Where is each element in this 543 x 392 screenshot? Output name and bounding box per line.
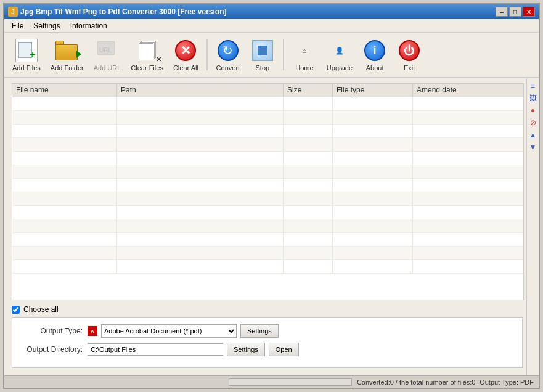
bottom-panel: Choose all Output Type: A Adobe Acrobat … (8, 303, 526, 373)
add-folder-icon (55, 41, 79, 60)
output-type-select-wrap: A Adobe Acrobat Document (*.pdf) Setting… (88, 324, 279, 338)
settings-panel: Output Type: A Adobe Acrobat Document (*… (12, 317, 523, 368)
add-url-button[interactable]: URL Add URL (89, 35, 126, 75)
exit-button[interactable]: ⏻ Exit (393, 35, 426, 75)
convert-button[interactable]: ↻ Convert (211, 35, 245, 75)
output-dir-input[interactable] (88, 343, 223, 356)
clear-files-button[interactable]: ✕ Clear Files (126, 35, 168, 75)
stop-button[interactable]: Stop (246, 35, 279, 75)
toolbar: Add Files Add Folder URL (4, 33, 539, 78)
add-files-icon (15, 39, 38, 62)
upgrade-button[interactable]: 👤 Upgrade (322, 35, 357, 75)
col-amenddate: Amend date (413, 84, 523, 97)
clear-all-icon: ✕ (174, 39, 197, 62)
home-button[interactable]: ⌂ Home (288, 35, 321, 75)
title-bar: J Jpg Bmp Tif Wmf Png to Pdf Converter 3… (4, 4, 539, 19)
window-controls: – □ ✕ (496, 7, 535, 17)
menu-information[interactable]: Information (65, 20, 112, 31)
file-table: File name Path Size File type Amend date (12, 83, 524, 300)
output-dir-wrap: Settings Open (88, 343, 299, 356)
stop-icon (251, 39, 274, 62)
output-dir-label: Output Directory: (21, 345, 83, 354)
pdf-icon: A (88, 326, 97, 336)
right-sidebar: ≡ 🖼 ● ⊘ ▲ ▼ (526, 78, 539, 375)
output-type-select[interactable]: Adobe Acrobat Document (*.pdf) (101, 324, 237, 338)
choose-all-row: Choose all (12, 305, 523, 314)
exit-icon: ⏻ (398, 39, 421, 62)
minimize-button[interactable]: – (496, 7, 508, 17)
home-icon: ⌂ (293, 39, 316, 62)
output-type-label: Output Type: (21, 327, 83, 335)
sidebar-up-icon[interactable]: ▲ (528, 130, 538, 140)
table-row (12, 179, 523, 192)
output-dir-settings-button[interactable]: Settings (227, 343, 265, 356)
table-row (12, 97, 523, 111)
add-files-button[interactable]: Add Files (8, 35, 45, 75)
open-button[interactable]: Open (269, 343, 299, 356)
progress-bar (229, 378, 352, 386)
upgrade-icon: 👤 (328, 39, 351, 62)
menu-settings[interactable]: Settings (28, 20, 65, 31)
sidebar-remove-icon[interactable]: ● (528, 105, 538, 115)
menu-bar: File Settings Information (4, 19, 539, 33)
col-path: Path (117, 84, 284, 97)
about-button[interactable]: i About (358, 35, 391, 75)
maximize-button[interactable]: □ (509, 7, 521, 17)
output-type-status: Output Type: PDF (480, 378, 534, 386)
table-row (12, 219, 523, 233)
col-filetype: File type (333, 84, 413, 97)
converted-status: Converted:0 / the total number of files:… (357, 378, 476, 386)
svg-text:URL: URL (99, 47, 112, 54)
table-row (12, 247, 523, 260)
separator-1 (206, 39, 208, 70)
output-type-row: Output Type: A Adobe Acrobat Document (*… (21, 324, 513, 338)
table-row (12, 152, 523, 165)
table-row (12, 260, 523, 274)
table-row (12, 111, 523, 125)
col-filename: File name (12, 84, 117, 97)
sidebar-block-icon[interactable]: ⊘ (528, 118, 538, 128)
table-row (12, 125, 523, 138)
clear-all-button[interactable]: ✕ Clear All (169, 35, 203, 75)
output-dir-row: Output Directory: Settings Open (21, 343, 513, 356)
app-icon: J (8, 7, 18, 17)
table-header: File name Path Size File type Amend date (12, 84, 523, 97)
clear-files-icon: ✕ (136, 39, 159, 62)
col-size: Size (284, 84, 333, 97)
choose-all-label: Choose all (23, 305, 59, 314)
sidebar-image-icon[interactable]: 🖼 (528, 93, 538, 103)
menu-file[interactable]: File (7, 20, 28, 31)
about-icon: i (363, 39, 386, 62)
table-row (12, 138, 523, 152)
convert-icon: ↻ (216, 39, 240, 62)
table-row (12, 233, 523, 247)
close-button[interactable]: ✕ (523, 7, 535, 17)
table-row (12, 192, 523, 206)
add-url-icon: URL (96, 39, 118, 62)
status-bar: Converted:0 / the total number of files:… (4, 375, 539, 388)
choose-all-checkbox[interactable] (12, 306, 20, 314)
title-text: J Jpg Bmp Tif Wmf Png to Pdf Converter 3… (8, 7, 227, 17)
table-body (12, 97, 523, 300)
add-folder-button[interactable]: Add Folder (46, 35, 88, 75)
sidebar-list-icon[interactable]: ≡ (528, 81, 538, 91)
output-type-settings-button[interactable]: Settings (240, 324, 279, 338)
sidebar-down-icon[interactable]: ▼ (528, 142, 538, 152)
main-content: File name Path Size File type Amend date (4, 78, 539, 375)
separator-2 (283, 39, 284, 70)
table-row (12, 206, 523, 219)
table-row (12, 165, 523, 179)
